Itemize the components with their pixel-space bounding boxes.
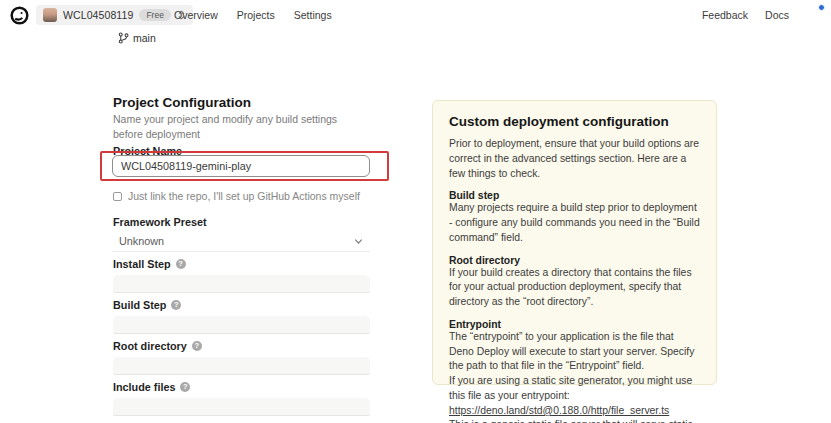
- deno-logo-icon[interactable]: [10, 6, 29, 25]
- notification-dot: [818, 4, 825, 11]
- branch-indicator[interactable]: main: [118, 30, 156, 45]
- chevron-down-icon: [354, 237, 363, 246]
- include-files-label: Include files: [113, 381, 175, 393]
- build-step-label: Build Step: [113, 299, 166, 311]
- deploy-project-config-page: WCL04508119 Free Overview Projects Setti…: [0, 0, 831, 423]
- custom-deployment-info-panel: Custom deployment configuration Prior to…: [432, 100, 717, 385]
- nav-projects[interactable]: Projects: [237, 9, 275, 21]
- entrypoint-para1: The “entrypoint” to your application is …: [449, 330, 700, 374]
- root-directory-heading: Root directory: [449, 255, 700, 266]
- install-step-field: Install Step ?: [113, 257, 371, 298]
- info-panel-intro: Prior to deployment, ensure that your bu…: [449, 137, 700, 181]
- nav-overview[interactable]: Overview: [174, 9, 218, 21]
- entrypoint-heading: Entrypoint: [449, 319, 700, 330]
- build-step-body: Many projects require a build step prior…: [449, 201, 700, 245]
- branch-name: main: [133, 32, 156, 44]
- install-step-input[interactable]: [113, 275, 370, 293]
- root-directory-input[interactable]: [113, 357, 370, 375]
- checkbox-icon[interactable]: [113, 192, 122, 201]
- nav-settings[interactable]: Settings: [294, 9, 332, 21]
- github-actions-checkbox-label: Just link the repo, I'll set up GitHub A…: [128, 190, 360, 202]
- secondary-nav: Feedback Docs: [702, 0, 823, 30]
- account-name: WCL04508119: [63, 9, 133, 21]
- root-directory-body: If your build creates a directory that c…: [449, 266, 700, 310]
- framework-preset-value: Unknown: [119, 235, 164, 247]
- build-step-field: Build Step ?: [113, 298, 371, 339]
- project-name-input[interactable]: [112, 155, 370, 177]
- nav-docs[interactable]: Docs: [765, 9, 789, 21]
- plan-badge: Free: [139, 9, 170, 22]
- include-files-field: Include files ?: [113, 380, 371, 421]
- file-server-link[interactable]: https://deno.land/std@0.188.0/http/file_…: [449, 404, 700, 419]
- primary-nav: Overview Projects Settings: [174, 0, 332, 30]
- user-menu[interactable]: [806, 6, 823, 24]
- help-icon[interactable]: ?: [180, 382, 190, 392]
- info-panel-title: Custom deployment configuration: [449, 114, 700, 129]
- framework-preset-label: Framework Preset: [113, 216, 207, 228]
- page-subtitle: Name your project and modify any build s…: [113, 112, 365, 142]
- account-avatar: [43, 8, 57, 22]
- build-step-heading: Build step: [449, 190, 700, 201]
- framework-preset-select[interactable]: Unknown: [112, 231, 370, 252]
- build-step-input[interactable]: [113, 316, 370, 334]
- include-files-input[interactable]: [113, 398, 370, 416]
- root-directory-field: Root directory ?: [113, 339, 371, 380]
- help-icon[interactable]: ?: [171, 300, 181, 310]
- git-branch-icon: [118, 32, 129, 44]
- entrypoint-para3: This is a generic static file server tha…: [449, 418, 700, 423]
- help-icon[interactable]: ?: [176, 259, 186, 269]
- page-title: Project Configuration: [113, 95, 251, 110]
- help-icon[interactable]: ?: [192, 341, 202, 351]
- install-step-label: Install Step: [113, 258, 171, 270]
- entrypoint-para2: If you are using a static site generator…: [449, 374, 700, 404]
- root-directory-label: Root directory: [113, 340, 187, 352]
- account-switcher[interactable]: WCL04508119 Free: [36, 5, 193, 25]
- nav-feedback[interactable]: Feedback: [702, 9, 748, 21]
- top-header: WCL04508119 Free Overview Projects Setti…: [0, 0, 831, 30]
- github-actions-checkbox-row[interactable]: Just link the repo, I'll set up GitHub A…: [113, 190, 360, 202]
